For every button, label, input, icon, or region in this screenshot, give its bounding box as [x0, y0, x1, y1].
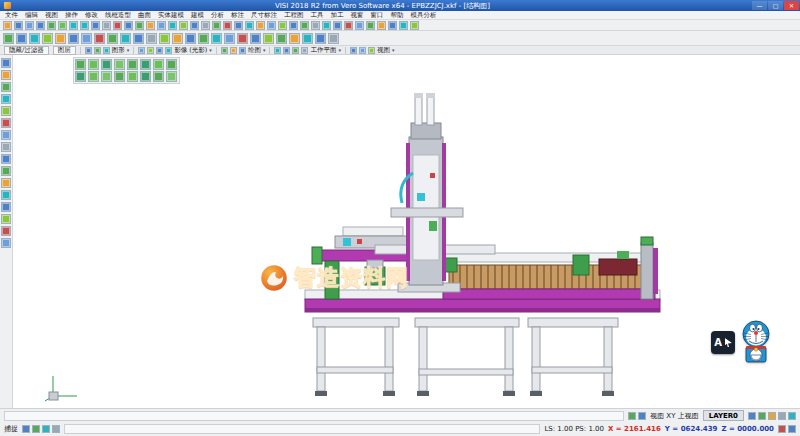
toolbar-icon[interactable] — [107, 33, 118, 44]
toolbar-icon[interactable] — [256, 21, 265, 30]
ribbon-icon[interactable] — [94, 47, 101, 54]
snap-toggle-icon[interactable] — [42, 425, 50, 433]
menu-item[interactable]: 建模 — [191, 11, 204, 20]
ribbon-group-label[interactable]: 图形 — [112, 46, 125, 55]
toolbar-icon[interactable] — [211, 33, 222, 44]
toolbar-icon[interactable] — [146, 21, 155, 30]
toolbar-icon[interactable] — [198, 33, 209, 44]
toolbar-icon[interactable] — [223, 21, 232, 30]
menu-item[interactable]: 曲面 — [138, 11, 151, 20]
status-icon[interactable] — [638, 412, 646, 420]
menu-item[interactable]: 标注 — [231, 11, 244, 20]
toolbar-icon[interactable] — [1, 82, 11, 92]
toolbar-icon[interactable] — [212, 21, 221, 30]
ribbon-icon[interactable] — [283, 47, 290, 54]
toolbar-icon[interactable] — [159, 33, 170, 44]
close-button[interactable]: ✕ — [784, 1, 799, 10]
toolbar-icon[interactable] — [311, 21, 320, 30]
toolbar-icon[interactable] — [47, 21, 56, 30]
ribbon-icon[interactable] — [292, 47, 299, 54]
tab-hide-filter[interactable]: 隐藏/过滤器 — [4, 46, 49, 55]
ribbon-icon[interactable] — [138, 47, 145, 54]
ribbon-icon[interactable] — [147, 47, 154, 54]
toolbar-icon[interactable] — [328, 33, 339, 44]
toolbar-icon[interactable] — [81, 33, 92, 44]
toolbar-icon[interactable] — [1, 190, 11, 200]
status-icon[interactable] — [748, 412, 756, 420]
status-icon[interactable] — [758, 412, 766, 420]
toolbar-icon[interactable] — [201, 21, 210, 30]
status-icon[interactable] — [778, 425, 786, 433]
menu-item[interactable]: 尺寸标注 — [251, 11, 277, 20]
toolbar-icon[interactable] — [1, 202, 11, 212]
menu-item[interactable]: 工程图 — [284, 11, 304, 20]
pointer-mode-badge[interactable]: A — [711, 331, 735, 354]
toolbar-icon[interactable] — [102, 21, 111, 30]
menu-item[interactable]: 操作 — [65, 11, 78, 20]
menu-item[interactable]: 文件 — [5, 11, 18, 20]
ribbon-icon[interactable] — [359, 47, 366, 54]
ribbon-group-label[interactable]: 影像 (光影) — [174, 46, 207, 55]
toolbar-icon[interactable] — [68, 33, 79, 44]
toolbar-icon[interactable] — [399, 21, 408, 30]
toolbar-icon[interactable] — [1, 70, 11, 80]
menu-item[interactable]: 工具 — [311, 11, 324, 20]
toolbar-icon[interactable] — [55, 33, 66, 44]
toolbar-icon[interactable] — [1, 214, 11, 224]
ribbon-icon[interactable] — [230, 47, 237, 54]
ribbon-icon[interactable] — [350, 47, 357, 54]
toolbar-icon[interactable] — [377, 21, 386, 30]
toolbar-icon[interactable] — [190, 21, 199, 30]
toolbar-icon[interactable] — [289, 33, 300, 44]
ribbon-icon[interactable] — [156, 47, 163, 54]
toolbar-icon[interactable] — [16, 33, 27, 44]
toolbar-icon[interactable] — [366, 21, 375, 30]
toolbar-icon[interactable] — [3, 33, 14, 44]
status-icon[interactable] — [628, 412, 636, 420]
snap-toggle-icon[interactable] — [52, 425, 60, 433]
toolbar-icon[interactable] — [94, 33, 105, 44]
toolbar-icon[interactable] — [157, 21, 166, 30]
toolbar-icon[interactable] — [315, 33, 326, 44]
toolbar-icon[interactable] — [300, 21, 309, 30]
toolbar-icon[interactable] — [91, 21, 100, 30]
ribbon-group-label[interactable]: 工作平面 — [310, 46, 336, 55]
toolbar-icon[interactable] — [237, 33, 248, 44]
toolbar-icon[interactable] — [1, 94, 11, 104]
toolbar-icon[interactable] — [168, 21, 177, 30]
status-icon[interactable] — [788, 425, 796, 433]
toolbar-icon[interactable] — [344, 21, 353, 30]
maximize-button[interactable]: ▢ — [768, 1, 783, 10]
toolbar-icon[interactable] — [172, 33, 183, 44]
ribbon-group-label[interactable]: 视图 — [377, 46, 390, 55]
layer-button[interactable]: LAYER0 — [703, 410, 744, 421]
status-icon[interactable] — [778, 412, 786, 420]
toolbar-icon[interactable] — [355, 21, 364, 30]
toolbar-icon[interactable] — [1, 154, 11, 164]
toolbar-icon[interactable] — [1, 130, 11, 140]
ribbon-group-label[interactable]: 绘图 — [248, 46, 261, 55]
menu-item[interactable]: 编辑 — [25, 11, 38, 20]
toolbar-icon[interactable] — [410, 21, 419, 30]
ribbon-icon[interactable] — [85, 47, 92, 54]
menu-item[interactable]: 分析 — [211, 11, 224, 20]
toolbar-icon[interactable] — [250, 33, 261, 44]
toolbar-icon[interactable] — [80, 21, 89, 30]
status-icon[interactable] — [768, 412, 776, 420]
toolbar-icon[interactable] — [58, 21, 67, 30]
menu-item[interactable]: 模具分析 — [411, 11, 437, 20]
toolbar-icon[interactable] — [234, 21, 243, 30]
toolbar-icon[interactable] — [42, 33, 53, 44]
toolbar-icon[interactable] — [245, 21, 254, 30]
ribbon-icon[interactable] — [221, 47, 228, 54]
toolbar-icon[interactable] — [69, 21, 78, 30]
minimize-button[interactable]: — — [752, 1, 767, 10]
ribbon-icon[interactable] — [274, 47, 281, 54]
toolbar-icon[interactable] — [1, 118, 11, 128]
menu-item[interactable]: 视图 — [45, 11, 58, 20]
menu-item[interactable]: 窗口 — [371, 11, 384, 20]
tab-layers[interactable]: 图层 — [53, 46, 76, 55]
toolbar-icon[interactable] — [1, 238, 11, 248]
menu-item[interactable]: 修改 — [85, 11, 98, 20]
toolbar-icon[interactable] — [179, 21, 188, 30]
